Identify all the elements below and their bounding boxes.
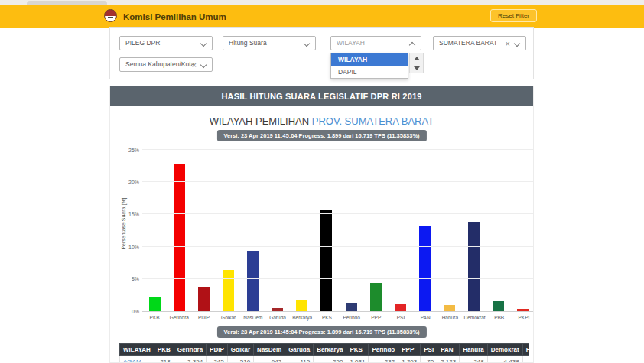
bar-pbb[interactable] [493,301,504,312]
x-axis-label-garuda: Garuda [265,315,290,320]
bar-slot [265,151,290,311]
scroll-down-icon[interactable] [410,63,423,73]
bar-golkar[interactable] [223,270,234,311]
table-header-pan: PAN [437,344,460,356]
table-row: AGAM2182.3542455166421152501.0312321.263… [120,356,529,363]
bar-pan[interactable] [419,226,431,311]
x-axis-label-golkar: Golkar [216,315,241,320]
y-axis-tick: 5% [116,277,139,282]
table-header-pks: PKS [346,344,369,356]
table-header-psi: PSI [421,344,437,356]
table-cell: 70 [421,356,437,363]
chevron-down-icon [200,41,207,47]
x-axis-label-pks: PKS [314,315,339,320]
x-axis-label-pkb: PKB [142,315,167,320]
clear-icon[interactable]: × [192,59,197,72]
bar-slot [486,151,511,311]
filter-panel: PILEG DPR Hitung Suara WILAYAH SUMATERA … [109,27,534,79]
table-header-golkar: Golkar [227,344,253,356]
table-cell: 2.354 [174,356,206,363]
gridline [142,149,534,150]
province-link[interactable]: PROV. SUMATERA BARAT [312,115,434,127]
y-axis-tick: 10% [116,245,139,250]
scroll-up-icon[interactable] [410,53,423,63]
bar-pks[interactable] [320,210,332,311]
reset-filter-button[interactable]: Reset Filter [490,9,537,22]
pileg-select[interactable]: PILEG DPR [119,36,213,50]
table-cell: 218 [154,356,174,363]
table-header-ppp: PPP [398,344,421,356]
x-axis-label-demokrat: Demokrat [462,315,486,320]
table-header-gerindra: Gerindra [174,344,206,356]
y-axis-tick: 20% [116,180,139,185]
provinsi-select[interactable]: SUMATERA BARAT × [433,36,526,50]
chevron-down-icon [304,41,310,47]
gridline [142,181,534,182]
table-header-pkb: PKB [154,344,174,356]
bar-perindo[interactable] [346,303,357,311]
bar-pkb[interactable] [149,297,161,311]
bar-ppp[interactable] [370,283,382,311]
hitung-suara-select[interactable]: Hitung Suara [223,36,316,50]
table-cell: 250 [314,356,346,363]
bar-demokrat[interactable] [468,222,480,311]
bar-slot [388,151,412,311]
table-cell: 232 [369,356,398,363]
bar-slot [167,151,191,311]
bar-psi[interactable] [395,304,406,311]
results-panel: HASIL HITUNG SUARA LEGISLATIF DPR RI 201… [109,86,534,363]
table-header-wilayah: WILAYAH [120,344,154,356]
x-axis-label-perindo: Perindo [340,315,364,320]
chevron-up-icon [409,42,415,48]
bar-slot [216,151,240,311]
table-cell: 642 [254,356,285,363]
bar-slot [191,151,216,311]
wilayah-combobox-input[interactable]: WILAYAH [330,36,421,50]
kabupaten-select[interactable]: Semua Kabupaten/Kota × [119,57,213,72]
pileg-select-value: PILEG DPR [125,39,160,47]
bar-hanura[interactable] [444,305,455,311]
x-axis-labels: PKBGerindraPDIPGolkarNasDemGarudaBerkary… [142,315,534,320]
bar-pkpi[interactable] [517,309,529,311]
x-axis-label-hanura: Hanura [437,315,462,320]
table-cell: 248 [460,356,488,363]
dropdown-option-dapil[interactable]: DAPIL [331,66,408,78]
y-axis-tick: 25% [116,147,139,153]
bar-berkarya[interactable] [296,300,307,311]
table-cell: 245 [207,356,228,363]
bar-gerindra[interactable] [174,164,185,311]
table-header-pdip: PDIP [207,344,228,356]
table-cell: 516 [227,356,253,363]
bar-slot [437,151,462,311]
gridline [142,213,534,214]
version-badge-top: Versi: 23 Apr 2019 11:45:04 Progress: 1.… [216,130,426,141]
x-axis-label-pbb: PBB [487,315,512,320]
dropdown-option-wilayah[interactable]: WILAYAH [331,53,408,66]
provinsi-select-value: SUMATERA BARAT [439,39,497,47]
table-header-perindo: Perindo [369,344,398,356]
bar-garuda[interactable] [272,308,283,311]
table-header-nasdem: NasDem [254,344,285,356]
wilayah-link-agam[interactable]: AGAM [123,358,141,363]
clear-icon[interactable]: × [506,37,510,50]
x-axis-label-psi: PSI [389,315,413,320]
x-axis-label-berkarya: Berkarya [290,315,314,320]
results-table: WILAYAHPKBGerindraPDIPGolkarNasDemGaruda… [119,343,529,363]
bar-slot [363,151,388,311]
bar-nasdem[interactable] [247,251,259,311]
wilayah-dropdown-list: WILAYAHDAPIL [330,53,408,79]
table-cell: 1.263 [398,356,421,363]
x-axis-label-pan: PAN [413,315,437,320]
bar-chart-plot-area [142,151,534,312]
y-axis-tick: 15% [116,212,139,217]
table-cell: 2.123 [437,356,460,363]
wilayah-dropdown-scrollbar[interactable] [409,53,424,73]
bar-pdip[interactable] [198,287,210,311]
wilayah-combobox-placeholder: WILAYAH [337,39,365,47]
subtitle: WILAYAH PEMILIHAN PROV. SUMATERA BARAT [110,115,533,127]
table-cell: 1.031 [346,356,369,363]
kabupaten-select-value: Semua Kabupaten/Kota [125,60,194,68]
y-axis-tick: 0% [116,309,139,314]
table-header-demokrat: Demokrat [487,344,522,356]
table-cell: 168 [522,356,529,363]
